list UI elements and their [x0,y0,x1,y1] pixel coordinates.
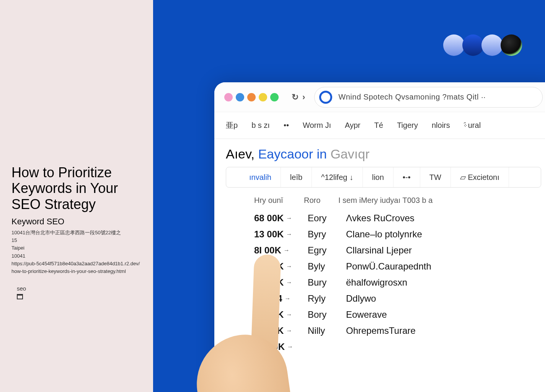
traffic-lights [224,93,279,101]
table-row[interactable]: 80 00K→NillyOhrepemsTurare [254,323,541,339]
logo-cluster [445,34,522,56]
chevron-right-icon: → [287,343,293,350]
traffic-light-icon[interactable] [247,93,256,101]
chevron-right-icon: → [286,327,292,334]
forward-arrow-icon[interactable]: › [302,92,305,102]
content-heading: Aıev, Eaycaoor in Gavıqr [226,147,541,162]
tab-item[interactable]: Té [374,121,383,130]
table-row[interactable]: 8I 00K→EgryCllarsinal Ljeper [254,242,541,258]
chevron-right-icon: → [286,263,292,270]
tag-seo[interactable]: seo [11,283,31,294]
page-title: How to Prioritize Keywords in Your SEO S… [11,165,142,212]
filter-button[interactable]: lion [363,167,393,187]
tab-item[interactable]: •• [284,121,289,130]
tab-item[interactable]: nloirs [432,121,450,130]
traffic-light-icon[interactable] [270,93,279,101]
chevron-right-icon: → [284,295,290,302]
tab-item[interactable]: 亜p [226,120,238,131]
filter-button[interactable]: leīb [281,167,312,187]
address-text: Wnind Spotech Qvsamoning ?mats Qitl ·· [338,93,486,101]
expand-icon[interactable] [17,294,23,299]
address-bar[interactable]: Wnind Spotech Qvsamoning ?mats Qitl ·· [314,87,543,108]
tab-item[interactable]: ⸊ural [464,121,481,130]
col-header[interactable]: Hry ounī [254,196,292,205]
filter-button[interactable]: ^12lifeg ↓ [312,167,363,187]
table-row[interactable]: 32 00K→BoryEowerave [254,307,541,323]
chevron-right-icon: → [286,311,292,318]
filter-button[interactable]: ▱ Excietonı [451,167,509,187]
tab-item[interactable]: Worm Jı [303,121,331,130]
meta-address1: 10041台灣台北市中正區忠孝西路一段50號22樓之 [11,229,142,237]
traffic-light-icon[interactable] [259,93,267,101]
chevron-right-icon: → [284,247,290,254]
table-header: Hry ounī Roro I sem iMery iudyaı T003 b … [226,193,541,210]
filter-button[interactable]: ınvalih [226,167,281,187]
logo-icon [462,34,484,56]
logo-icon [501,34,522,56]
content-area: Aıev, Eaycaoor in Gavıqr ınvalih leīb ^1… [214,139,545,355]
loader-icon [319,91,332,104]
browser-window: ↻ › Wnind Spotech Qvsamoning ?mats Qitl … [214,82,545,392]
traffic-light-icon[interactable] [236,93,244,101]
col-header[interactable]: I sem iMery iudyaı T003 b a [338,196,432,205]
filter-toolbar: ınvalih leīb ^12lifeg ↓ lion •-• TW ▱ Ex… [226,167,541,188]
chevron-right-icon: → [286,279,292,286]
table-row[interactable]: 68 00K→EoryΛvkes RuCroves [254,210,541,226]
logo-icon [443,34,465,56]
logo-icon [481,34,503,56]
table-row[interactable]: 17 004→RylyDdlywo [254,291,541,307]
tab-bar: 亜p b s zı •• Worm Jı Aypr Té Tigery nloi… [214,112,545,139]
page-subtitle: Keyword SEO [11,217,142,227]
table-row[interactable]: 80 00K→BylyPonwÜ.Caurapednth [254,258,541,274]
hero-area: ↻ › Wnind Spotech Qvsamoning ?mats Qitl … [153,0,545,392]
chevron-right-icon: → [286,231,292,238]
data-rows: 68 00K→EoryΛvkes RuCroves 13 00K→ByryCla… [226,210,541,355]
filter-button[interactable]: •-• [393,167,420,187]
tab-item[interactable]: b s zı [251,121,270,130]
tab-item[interactable]: Tigery [397,121,418,130]
sidebar: How to Prioritize Keywords in Your SEO S… [0,0,153,392]
table-row[interactable]: 82 00K→Buryëhalfowigrosxn [254,274,541,291]
reload-icon[interactable]: ↻ [292,92,299,102]
col-header[interactable]: Roro [304,196,327,205]
filter-button[interactable]: TW [420,167,451,187]
meta-city: Taipei [11,244,142,252]
table-row[interactable]: 8E 00K→ [254,339,541,355]
chevron-right-icon: → [286,215,292,222]
table-row[interactable]: 13 00K→ByryClane–lo ptolynrke [254,226,541,242]
tab-item[interactable]: Aypr [345,121,361,130]
meta-address2: 15 [11,237,142,244]
meta-zip: 10041 [11,252,142,260]
titlebar: ↻ › Wnind Spotech Qvsamoning ?mats Qitl … [214,82,545,112]
traffic-light-icon[interactable] [224,93,233,101]
meta-url: https://pub-5c454f571b8e40a3a2aad27ade84… [11,260,142,275]
